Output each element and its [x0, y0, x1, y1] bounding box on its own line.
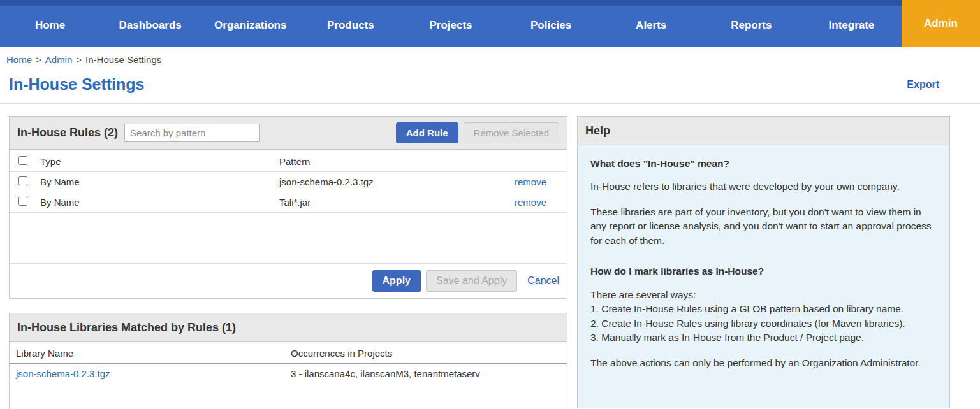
remove-selected-button[interactable]: Remove Selected — [464, 122, 559, 143]
help-list-item: 2. Create In-House Rules using library c… — [590, 317, 937, 331]
nav-item-home[interactable]: Home — [0, 19, 100, 32]
rule-type: By Name — [35, 192, 274, 213]
apply-button[interactable]: Apply — [372, 270, 421, 292]
library-occurrences: 3 - ilanscana4c, ilanscanM3, tenantmetas… — [284, 364, 567, 384]
help-paragraph: These libraries are part of your invento… — [590, 205, 937, 248]
breadcrumb-separator: > — [36, 54, 41, 65]
lib-col-occurrences: Occurrences in Projects — [284, 342, 567, 364]
nav-items: Home Dashboards Organizations Products P… — [0, 0, 902, 47]
rule-type: By Name — [35, 172, 274, 192]
rules-empty-space — [10, 212, 567, 263]
remove-rule-link[interactable]: remove — [515, 176, 546, 187]
help-list-item: 3. Manually mark as In-House from the Pr… — [590, 331, 937, 345]
rules-col-pattern: Pattern — [274, 150, 509, 172]
add-rule-button[interactable]: Add Rule — [396, 122, 458, 143]
select-all-checkbox[interactable] — [18, 156, 27, 165]
top-navigation: Home Dashboards Organizations Products P… — [0, 0, 980, 47]
nav-item-policies[interactable]: Policies — [501, 19, 601, 32]
breadcrumb-current: In-House Settings — [85, 54, 161, 65]
nav-item-reports[interactable]: Reports — [701, 19, 801, 32]
table-row: By Name Tali*.jar remove — [10, 192, 567, 213]
nav-item-projects[interactable]: Projects — [400, 19, 501, 32]
table-row: json-schema-0.2.3.tgz 3 - ilanscana4c, i… — [10, 364, 567, 384]
cancel-link[interactable]: Cancel — [527, 275, 559, 287]
rules-panel-title: In-House Rules (2) — [17, 126, 118, 140]
nav-item-alerts[interactable]: Alerts — [601, 19, 701, 32]
help-heading-inhouse-meaning: What does "In-House" mean? — [590, 157, 937, 171]
in-house-rules-panel: In-House Rules (2) Add Rule Remove Selec… — [9, 116, 567, 299]
rule-pattern: json-schema-0.2.3.tgz — [274, 172, 509, 192]
help-body: What does "In-House" mean? In-House refe… — [578, 145, 949, 408]
breadcrumb: Home>Admin>In-House Settings — [0, 47, 980, 65]
breadcrumb-separator: > — [76, 54, 82, 65]
help-paragraph: The above actions can only be performed … — [590, 356, 937, 370]
remove-rule-link[interactable]: remove — [515, 197, 546, 208]
library-name-link[interactable]: json-schema-0.2.3.tgz — [16, 368, 110, 379]
libraries-panel-title: In-House Libraries Matched by Rules (1) — [17, 321, 236, 334]
rules-table: Type Pattern By Name json-schema-0.2.3.t… — [10, 150, 567, 212]
lib-col-name: Library Name — [10, 342, 284, 364]
export-link[interactable]: Export — [907, 79, 939, 90]
rule-pattern: Tali*.jar — [274, 192, 509, 213]
nav-item-organizations[interactable]: Organizations — [200, 19, 300, 32]
page-title: In-House Settings — [9, 75, 145, 94]
nav-item-products[interactable]: Products — [300, 19, 400, 32]
help-list-item: 1. Create In-House Rules using a GLOB pa… — [590, 302, 937, 316]
help-panel: Help What does "In-House" mean? In-House… — [577, 116, 950, 408]
save-and-apply-button[interactable]: Save and Apply — [426, 270, 517, 292]
row-checkbox[interactable] — [18, 176, 27, 185]
help-panel-title: Help — [585, 124, 610, 138]
in-house-libraries-panel: In-House Libraries Matched by Rules (1) … — [9, 313, 567, 409]
row-checkbox[interactable] — [18, 197, 27, 206]
search-input[interactable] — [124, 124, 260, 142]
nav-item-admin-active[interactable]: Admin — [902, 0, 980, 47]
libraries-table: Library Name Occurrences in Projects jso… — [10, 342, 567, 384]
help-heading-mark-inhouse: How do I mark libraries as In-House? — [590, 264, 937, 278]
help-list-intro: There are several ways: — [590, 288, 937, 302]
breadcrumb-home-link[interactable]: Home — [6, 54, 32, 65]
table-row: By Name json-schema-0.2.3.tgz remove — [10, 172, 567, 192]
nav-item-dashboards[interactable]: Dashboards — [100, 19, 200, 32]
breadcrumb-admin-link[interactable]: Admin — [45, 54, 73, 65]
rules-col-type: Type — [35, 150, 274, 172]
help-paragraph: In-House refers to libraries that were d… — [590, 180, 937, 194]
nav-item-integrate[interactable]: Integrate — [801, 19, 902, 32]
